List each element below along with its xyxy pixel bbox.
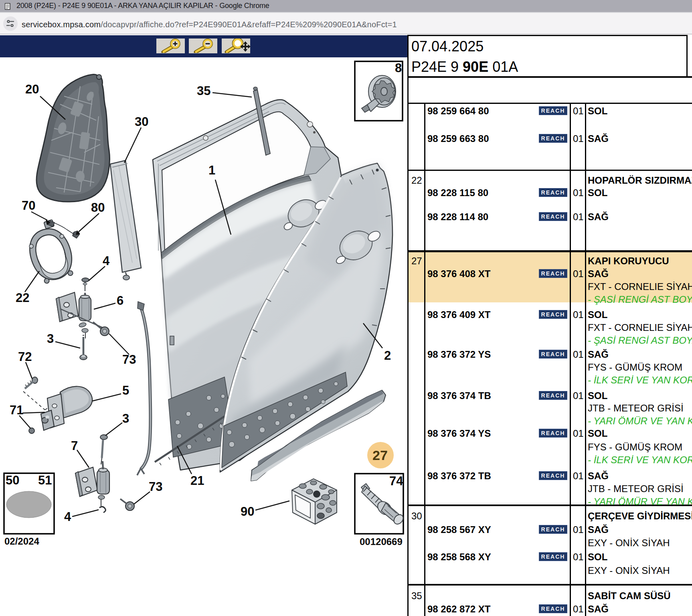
svg-text:4: 4: [64, 510, 71, 524]
svg-text:74: 74: [389, 474, 403, 488]
svg-text:73: 73: [122, 353, 136, 367]
svg-text:50: 50: [6, 473, 19, 487]
svg-text:22: 22: [16, 291, 29, 305]
svg-text:3: 3: [122, 411, 129, 426]
svg-text:70: 70: [22, 199, 35, 213]
svg-text:51: 51: [38, 473, 52, 487]
svg-text:1: 1: [208, 163, 215, 177]
svg-text:35: 35: [197, 84, 210, 98]
svg-text:80: 80: [91, 201, 105, 215]
svg-text:2: 2: [384, 349, 391, 363]
svg-text:00120669: 00120669: [360, 536, 403, 547]
svg-text:4: 4: [103, 254, 110, 268]
svg-text:02/2024: 02/2024: [4, 536, 39, 547]
svg-text:90: 90: [241, 505, 254, 519]
svg-text:21: 21: [190, 474, 204, 488]
svg-text:6: 6: [117, 294, 123, 308]
svg-text:30: 30: [135, 115, 148, 129]
svg-text:73: 73: [149, 480, 162, 494]
svg-text:7: 7: [71, 439, 78, 453]
svg-text:71: 71: [10, 403, 23, 417]
svg-text:72: 72: [18, 350, 32, 364]
svg-text:8: 8: [395, 61, 402, 75]
svg-text:20: 20: [25, 82, 39, 96]
svg-text:27: 27: [372, 448, 388, 463]
svg-text:3: 3: [47, 332, 54, 346]
svg-text:5: 5: [122, 383, 129, 397]
